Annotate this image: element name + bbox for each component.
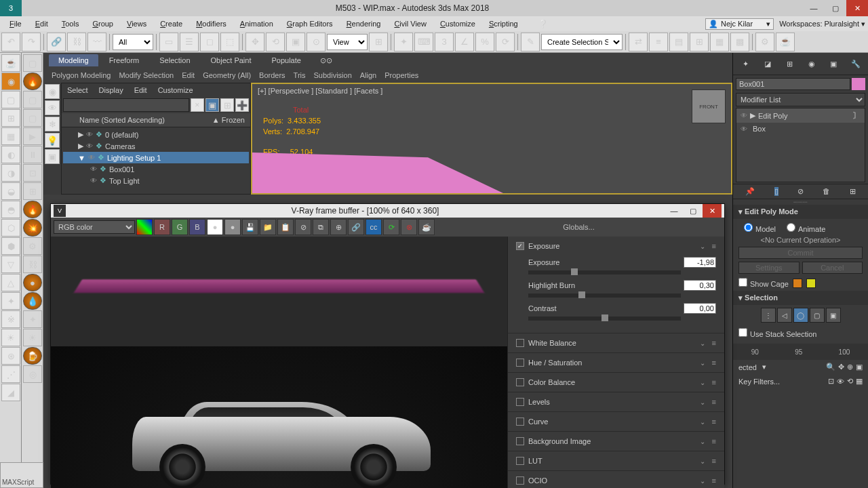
pin-stack-icon[interactable]: 📌 — [745, 187, 755, 196]
close-button[interactable]: ✕ — [846, 0, 868, 16]
tool-icon-4[interactable]: ◓ — [1, 201, 20, 218]
vfb-section-levels[interactable]: Levels⌄≡ — [513, 395, 719, 409]
select-by-name-button[interactable]: ☰ — [180, 33, 199, 52]
section-enable-check[interactable] — [516, 398, 524, 406]
section-enable-check[interactable] — [516, 242, 524, 250]
minimize-button[interactable]: — — [803, 0, 825, 16]
keyboard-button[interactable]: ⌨ — [414, 33, 433, 52]
named-sel-dropdown[interactable]: Create Selection Se — [541, 34, 623, 50]
cage-color-1[interactable] — [793, 279, 802, 288]
eye-icon[interactable]: 👁 — [45, 100, 60, 115]
vfb-render-view[interactable] — [51, 237, 507, 488]
scene-tab-edit[interactable]: Edit — [134, 86, 147, 94]
menu-civil-view[interactable]: Civil View — [387, 18, 433, 29]
particle-icon[interactable]: ◉ — [1, 73, 20, 90]
ribbon-tab-object-paint[interactable]: Object Paint — [201, 54, 261, 66]
show-end-result-icon[interactable]: ▯ — [774, 187, 778, 196]
vfb-save-button[interactable]: 💾 — [242, 219, 258, 235]
selection-filter[interactable]: All — [113, 34, 153, 50]
manipulate-button[interactable]: ✦ — [394, 33, 413, 52]
teapot-icon[interactable]: ☕ — [1, 54, 20, 72]
section-menu-icon[interactable]: ≡ — [712, 398, 716, 406]
chevron-down-icon[interactable]: ⌄ — [700, 438, 705, 445]
menu-animation[interactable]: Animation — [233, 18, 280, 29]
vfb-close[interactable]: ✕ — [703, 204, 722, 218]
section-enable-check[interactable] — [516, 476, 524, 485]
vfb-section-color-balance[interactable]: Color Balance⌄≡ — [513, 375, 719, 389]
ribbon-sub-tris[interactable]: Tris — [294, 71, 306, 79]
vfb-open-button[interactable]: 📁 — [260, 219, 276, 235]
vertex-level[interactable]: ⋮ — [761, 308, 776, 323]
show-cage-check[interactable]: Show Cage — [738, 278, 789, 288]
menu-customize[interactable]: Customize — [433, 18, 482, 29]
angle-snap-button[interactable]: ∠ — [455, 33, 474, 52]
tool-icon-2[interactable]: ◑ — [1, 164, 20, 182]
chevron-down-icon[interactable]: ⌄ — [700, 359, 705, 367]
move-button[interactable]: ✥ — [245, 33, 264, 52]
vfb-channel-select[interactable]: RGB color — [54, 220, 135, 234]
sphere-icon[interactable]: ◉ — [45, 84, 60, 99]
orb-gear[interactable]: ⚙ — [23, 237, 42, 255]
schematic-button[interactable]: ▦ — [710, 33, 729, 52]
vfb-link-button[interactable]: 🔗 — [348, 219, 364, 235]
viewport-label[interactable]: [+] [Perspective ] [Standard ] [Facets ] — [258, 87, 382, 95]
section-menu-icon[interactable]: ≡ — [712, 378, 716, 386]
stack-box[interactable]: 👁 Box — [736, 123, 865, 135]
ctrl-value-highlight-burn[interactable] — [684, 280, 716, 291]
box-icon[interactable]: ▢ — [1, 91, 20, 108]
display-tab-icon[interactable]: ▣ — [825, 56, 842, 72]
percent-snap-button[interactable]: % — [475, 33, 494, 52]
edge-level[interactable]: ◁ — [777, 308, 792, 323]
hierarchy-tab-icon[interactable]: ⊞ — [781, 56, 797, 72]
nav-icon-3[interactable]: ⊕ — [847, 363, 853, 371]
scene-tab-select[interactable]: Select — [67, 86, 88, 94]
menu-rendering[interactable]: Rendering — [340, 18, 388, 29]
maximize-button[interactable]: ▢ — [825, 0, 846, 16]
tool-icon-1[interactable]: ◐ — [1, 146, 20, 163]
chevron-down-icon[interactable]: ⌄ — [700, 243, 705, 250]
cancel-button[interactable]: Cancel — [802, 262, 863, 274]
view-cube[interactable]: FRONT — [692, 89, 726, 123]
chevron-down-icon[interactable]: ⌄ — [700, 399, 705, 406]
slider-exposure[interactable] — [528, 270, 681, 274]
tool-icon-13[interactable]: ⋰ — [1, 365, 20, 383]
redo-button[interactable]: ↷ — [22, 33, 41, 52]
chevron-down-icon[interactable]: ⌄ — [700, 379, 705, 386]
ribbon-sub-properties[interactable]: Properties — [384, 71, 418, 79]
scene-node-box001[interactable]: 👁❖Box001 — [63, 163, 249, 175]
orb-7[interactable]: ⊞ — [23, 182, 42, 200]
menu-views[interactable]: Views — [120, 18, 153, 29]
orb-star[interactable]: ✦ — [23, 310, 42, 328]
orb-fire[interactable]: 🔥 — [23, 73, 42, 90]
ribbon-sub-borders[interactable]: Borders — [259, 71, 285, 79]
orb-gear2[interactable]: ⛓ — [23, 256, 42, 273]
slider-contrast[interactable] — [528, 317, 681, 321]
tool-icon-11[interactable]: ☀ — [1, 329, 20, 346]
section-enable-check[interactable] — [516, 457, 524, 465]
orb-9[interactable]: ☀ — [23, 329, 42, 346]
section-menu-icon[interactable]: ≡ — [712, 359, 716, 367]
tool-icon-6[interactable]: ⬢ — [1, 237, 20, 255]
maxscript-listener[interactable]: MAXScript — [0, 462, 43, 488]
nav-icon-5[interactable]: ⊡ — [828, 377, 834, 386]
vfb-maximize[interactable]: ▢ — [684, 204, 703, 218]
vfb-globals-label[interactable]: Globals... — [436, 223, 722, 231]
workspace-selector[interactable]: Workspaces: Pluralsight ▾ — [779, 20, 865, 28]
menu-tools[interactable]: Tools — [55, 18, 86, 29]
vfb-minimize[interactable]: — — [665, 204, 684, 218]
window-crossing-button[interactable]: ⬚ — [220, 33, 239, 52]
nav-icon-2[interactable]: ✥ — [838, 363, 844, 371]
ribbon-tab-freeform[interactable]: Freeform — [100, 54, 149, 66]
tool-icon-9[interactable]: ✦ — [1, 292, 20, 310]
play-icon[interactable]: ▶ — [23, 127, 42, 145]
nav-icon-7[interactable]: ⟲ — [847, 377, 853, 386]
calendar-icon[interactable]: ▦ — [1, 127, 20, 145]
vfb-g-button[interactable]: G — [172, 219, 188, 235]
scene-node-cameras[interactable]: ▶👁❖Cameras — [63, 140, 249, 152]
scale-button[interactable]: ▣ — [286, 33, 305, 52]
section-menu-icon[interactable]: ≡ — [712, 242, 716, 250]
modify-tab-icon[interactable]: ◪ — [760, 56, 776, 72]
filter-1-icon[interactable]: ▣ — [205, 98, 219, 112]
tool-icon-7[interactable]: ▽ — [1, 256, 20, 273]
section-enable-check[interactable] — [516, 418, 524, 426]
